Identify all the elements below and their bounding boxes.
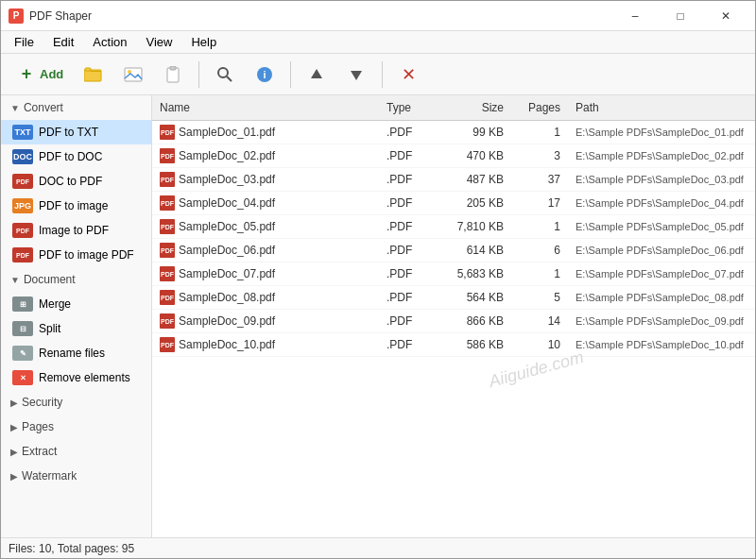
cell-type: .PDF bbox=[379, 124, 436, 141]
col-header-path[interactable]: Path bbox=[568, 99, 755, 116]
sidebar-section-pages[interactable]: ▶ Pages bbox=[1, 415, 151, 439]
pdf-file-icon: PDF bbox=[160, 290, 175, 305]
svg-line-7 bbox=[227, 76, 232, 81]
table-row[interactable]: PDF SampleDoc_06.pdf .PDF 614 KB 6 E:\Sa… bbox=[152, 239, 755, 263]
folder-icon bbox=[84, 65, 103, 84]
add-button[interactable]: + Add bbox=[9, 59, 72, 91]
cell-size: 614 KB bbox=[436, 242, 511, 259]
menu-view[interactable]: View bbox=[137, 31, 182, 54]
cell-pages: 14 bbox=[511, 313, 568, 330]
table-row[interactable]: PDF SampleDoc_04.pdf .PDF 205 KB 17 E:\S… bbox=[152, 192, 755, 215]
table-row[interactable]: PDF SampleDoc_07.pdf .PDF 5,683 KB 1 E:\… bbox=[152, 263, 755, 286]
cell-path: E:\Sample PDFs\SampleDoc_10.pdf bbox=[568, 337, 755, 352]
cell-path: E:\Sample PDFs\SampleDoc_05.pdf bbox=[568, 219, 755, 234]
toolbar-separator-1 bbox=[198, 61, 199, 88]
table-row[interactable]: PDF SampleDoc_10.pdf .PDF 586 KB 10 E:\S… bbox=[152, 333, 755, 357]
pdf-file-icon: PDF bbox=[160, 337, 175, 352]
close-button[interactable]: ✕ bbox=[704, 1, 747, 31]
security-chevron: ▶ bbox=[10, 398, 18, 408]
table-row[interactable]: PDF SampleDoc_05.pdf .PDF 7,810 KB 1 E:\… bbox=[152, 215, 755, 239]
table-row[interactable]: PDF SampleDoc_09.pdf .PDF 866 KB 14 E:\S… bbox=[152, 310, 755, 333]
svg-point-6 bbox=[218, 68, 228, 77]
sidebar-item-pdf-to-txt[interactable]: TXT PDF to TXT bbox=[1, 120, 151, 144]
sidebar-item-doc-to-pdf[interactable]: PDF DOC to PDF bbox=[1, 169, 151, 194]
cell-pages: 17 bbox=[511, 195, 568, 212]
cell-path: E:\Sample PDFs\SampleDoc_08.pdf bbox=[568, 290, 755, 305]
col-header-size[interactable]: Size bbox=[436, 99, 511, 116]
cell-name: PDF SampleDoc_10.pdf bbox=[152, 335, 379, 354]
table-row[interactable]: PDF SampleDoc_03.pdf .PDF 487 KB 37 E:\S… bbox=[152, 168, 755, 192]
minimize-button[interactable]: – bbox=[613, 1, 657, 31]
sidebar-section-extract[interactable]: ▶ Extract bbox=[1, 439, 151, 464]
cell-size: 866 KB bbox=[436, 313, 511, 330]
table-row[interactable]: PDF SampleDoc_01.pdf .PDF 99 KB 1 E:\Sam… bbox=[152, 121, 755, 144]
svg-rect-2 bbox=[125, 68, 142, 81]
jpg-icon: JPG bbox=[12, 198, 33, 213]
col-header-pages[interactable]: Pages bbox=[511, 99, 568, 116]
table-row[interactable]: PDF SampleDoc_08.pdf .PDF 564 KB 5 E:\Sa… bbox=[152, 286, 755, 310]
menu-action[interactable]: Action bbox=[83, 31, 136, 54]
split-label: Split bbox=[39, 322, 60, 335]
move-down-button[interactable] bbox=[338, 59, 374, 91]
clipboard-button[interactable] bbox=[155, 59, 191, 91]
security-label: Security bbox=[22, 396, 62, 409]
sidebar-item-pdf-to-image-pdf[interactable]: PDF PDF to image PDF bbox=[1, 243, 151, 267]
table-row[interactable]: PDF SampleDoc_02.pdf .PDF 470 KB 3 E:\Sa… bbox=[152, 144, 755, 168]
col-header-type[interactable]: Type bbox=[379, 99, 436, 116]
info-button[interactable]: i bbox=[247, 59, 283, 91]
sidebar-item-split[interactable]: ⊟ Split bbox=[1, 316, 151, 341]
pages-label: Pages bbox=[22, 420, 54, 433]
sidebar-section-document[interactable]: ▼ Document bbox=[1, 267, 151, 292]
sidebar: ▼ Convert TXT PDF to TXT DOC PDF to DOC … bbox=[1, 95, 152, 537]
app-icon: P bbox=[9, 8, 24, 24]
cell-size: 487 KB bbox=[436, 171, 511, 188]
delete-icon: ✕ bbox=[399, 65, 418, 84]
file-area: Name Type Size Pages Path PDF SampleDoc_… bbox=[152, 95, 755, 537]
search-button[interactable] bbox=[207, 59, 243, 91]
cell-name: PDF SampleDoc_04.pdf bbox=[152, 194, 379, 212]
doc-to-pdf-label: DOC to PDF bbox=[39, 175, 102, 188]
image-button[interactable] bbox=[115, 59, 151, 91]
cell-name: PDF SampleDoc_07.pdf bbox=[152, 264, 379, 283]
remove-elements-label: Remove elements bbox=[39, 371, 130, 384]
pages-chevron: ▶ bbox=[10, 422, 18, 432]
cell-name: PDF SampleDoc_05.pdf bbox=[152, 217, 379, 236]
convert-section-label: Convert bbox=[24, 101, 63, 114]
pdf-file-icon: PDF bbox=[160, 125, 175, 140]
sidebar-item-image-to-pdf[interactable]: PDF Image to PDF bbox=[1, 218, 151, 243]
menu-edit[interactable]: Edit bbox=[43, 31, 83, 54]
cell-pages: 1 bbox=[511, 265, 568, 282]
delete-button[interactable]: ✕ bbox=[390, 59, 426, 91]
cell-pages: 3 bbox=[511, 147, 568, 164]
pdf-img-icon: PDF bbox=[12, 223, 33, 238]
sidebar-section-watermark[interactable]: ▶ Watermark bbox=[1, 464, 151, 488]
file-list: PDF SampleDoc_01.pdf .PDF 99 KB 1 E:\Sam… bbox=[152, 121, 755, 537]
menu-bar: File Edit Action View Help bbox=[1, 31, 755, 54]
watermark-label: Watermark bbox=[22, 469, 77, 483]
col-header-name[interactable]: Name bbox=[152, 99, 379, 116]
pdf-to-doc-label: PDF to DOC bbox=[39, 150, 102, 163]
open-folder-button[interactable] bbox=[76, 59, 112, 91]
app-title: PDF Shaper bbox=[29, 9, 92, 23]
cell-name: PDF SampleDoc_01.pdf bbox=[152, 123, 379, 142]
pdf-file-icon: PDF bbox=[160, 219, 175, 234]
search-icon bbox=[215, 65, 234, 84]
sidebar-item-pdf-to-image[interactable]: JPG PDF to image bbox=[1, 194, 151, 218]
doc-icon: DOC bbox=[12, 149, 33, 164]
status-text: Files: 10, Total pages: 95 bbox=[9, 542, 134, 555]
sidebar-item-merge[interactable]: ⊞ Merge bbox=[1, 292, 151, 316]
sidebar-section-convert[interactable]: ▼ Convert bbox=[1, 95, 151, 120]
convert-chevron: ▼ bbox=[10, 103, 20, 113]
info-icon: i bbox=[255, 65, 274, 84]
menu-file[interactable]: File bbox=[5, 31, 43, 54]
cell-path: E:\Sample PDFs\SampleDoc_03.pdf bbox=[568, 172, 755, 187]
sidebar-item-rename[interactable]: ✎ Rename files bbox=[1, 341, 151, 365]
cell-name: PDF SampleDoc_06.pdf bbox=[152, 241, 379, 260]
menu-help[interactable]: Help bbox=[181, 31, 226, 54]
sidebar-section-security[interactable]: ▶ Security bbox=[1, 390, 151, 415]
sidebar-item-remove[interactable]: ✕ Remove elements bbox=[1, 365, 151, 390]
pdf-file-icon: PDF bbox=[160, 148, 175, 163]
sidebar-item-pdf-to-doc[interactable]: DOC PDF to DOC bbox=[1, 144, 151, 169]
maximize-button[interactable]: □ bbox=[659, 1, 702, 31]
move-up-button[interactable] bbox=[299, 59, 335, 91]
